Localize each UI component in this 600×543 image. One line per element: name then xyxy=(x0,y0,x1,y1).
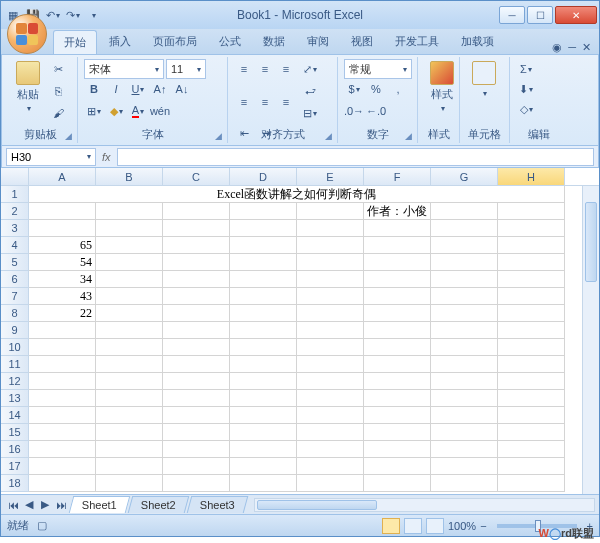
row-header-6[interactable]: 6 xyxy=(1,271,29,288)
fx-icon[interactable]: fx xyxy=(102,151,111,163)
cell-F5[interactable] xyxy=(364,254,431,271)
cell-B11[interactable] xyxy=(96,356,163,373)
cell-E3[interactable] xyxy=(297,220,364,237)
cells-button[interactable]: ▾ xyxy=(466,59,502,98)
row-header-9[interactable]: 9 xyxy=(1,322,29,339)
cell-D18[interactable] xyxy=(230,475,297,492)
cell-A10[interactable] xyxy=(29,339,96,356)
tab-0[interactable]: 开始 xyxy=(53,30,97,54)
cell-C11[interactable] xyxy=(163,356,230,373)
font-color-icon[interactable]: A▾ xyxy=(128,101,148,121)
cell-C14[interactable] xyxy=(163,407,230,424)
cell-D5[interactable] xyxy=(230,254,297,271)
cell-E4[interactable] xyxy=(297,237,364,254)
cell-H18[interactable] xyxy=(498,475,565,492)
tab-8[interactable]: 加载项 xyxy=(451,30,504,54)
cell-D3[interactable] xyxy=(230,220,297,237)
sheet-tab-Sheet2[interactable]: Sheet2 xyxy=(128,496,189,513)
cell-F17[interactable] xyxy=(364,458,431,475)
prev-sheet-icon[interactable]: ◀ xyxy=(21,497,37,513)
cell-C5[interactable] xyxy=(163,254,230,271)
number-format-combo[interactable]: 常规▾ xyxy=(344,59,412,79)
align-right-icon[interactable]: ≡ xyxy=(276,92,296,112)
cell-C9[interactable] xyxy=(163,322,230,339)
cell-E10[interactable] xyxy=(297,339,364,356)
row-header-15[interactable]: 15 xyxy=(1,424,29,441)
cell-G7[interactable] xyxy=(431,288,498,305)
row-header-13[interactable]: 13 xyxy=(1,390,29,407)
underline-icon[interactable]: U▾ xyxy=(128,79,148,99)
cell-D14[interactable] xyxy=(230,407,297,424)
cell-B8[interactable] xyxy=(96,305,163,322)
cell-G18[interactable] xyxy=(431,475,498,492)
cell-A17[interactable] xyxy=(29,458,96,475)
formula-bar[interactable] xyxy=(117,148,594,166)
format-painter-icon[interactable]: 🖌 xyxy=(48,103,68,123)
cell-H8[interactable] xyxy=(498,305,565,322)
align-center-icon[interactable]: ≡ xyxy=(255,92,275,112)
normal-view-icon[interactable] xyxy=(382,518,400,534)
cell-H14[interactable] xyxy=(498,407,565,424)
macro-record-icon[interactable]: ▢ xyxy=(37,519,47,532)
cell-B5[interactable] xyxy=(96,254,163,271)
cell-A4[interactable]: 65 xyxy=(29,237,96,254)
clipboard-dialog-icon[interactable]: ◢ xyxy=(65,131,75,141)
cell-E14[interactable] xyxy=(297,407,364,424)
cell-B4[interactable] xyxy=(96,237,163,254)
tab-4[interactable]: 数据 xyxy=(253,30,295,54)
paste-button[interactable]: 粘贴 ▾ xyxy=(10,59,46,123)
row-header-3[interactable]: 3 xyxy=(1,220,29,237)
tab-7[interactable]: 开发工具 xyxy=(385,30,449,54)
cell-A7[interactable]: 43 xyxy=(29,288,96,305)
col-header-H[interactable]: H xyxy=(498,168,565,185)
cell-A6[interactable]: 34 xyxy=(29,271,96,288)
cell-B6[interactable] xyxy=(96,271,163,288)
cell-F15[interactable] xyxy=(364,424,431,441)
fill-color-icon[interactable]: ◆▾ xyxy=(106,101,126,121)
row-header-10[interactable]: 10 xyxy=(1,339,29,356)
increase-decimal-icon[interactable]: .0→ xyxy=(344,101,364,121)
font-size-combo[interactable]: 11▾ xyxy=(166,59,206,79)
cell-B12[interactable] xyxy=(96,373,163,390)
tab-3[interactable]: 公式 xyxy=(209,30,251,54)
cell-D9[interactable] xyxy=(230,322,297,339)
merge-icon[interactable]: ⊟▾ xyxy=(300,103,320,123)
help-icon[interactable]: ◉ xyxy=(552,41,562,54)
cell-H5[interactable] xyxy=(498,254,565,271)
cell-F6[interactable] xyxy=(364,271,431,288)
cell-E9[interactable] xyxy=(297,322,364,339)
cell-D16[interactable] xyxy=(230,441,297,458)
italic-icon[interactable]: I xyxy=(106,79,126,99)
maximize-button[interactable]: ☐ xyxy=(527,6,553,24)
align-dialog-icon[interactable]: ◢ xyxy=(325,131,335,141)
zoom-out-icon[interactable]: − xyxy=(480,520,486,532)
cell-D10[interactable] xyxy=(230,339,297,356)
cell-D7[interactable] xyxy=(230,288,297,305)
zoom-level[interactable]: 100% xyxy=(448,520,476,532)
cell-F7[interactable] xyxy=(364,288,431,305)
cell-F11[interactable] xyxy=(364,356,431,373)
cell-H15[interactable] xyxy=(498,424,565,441)
cell-C6[interactable] xyxy=(163,271,230,288)
cell-A11[interactable] xyxy=(29,356,96,373)
cell-H9[interactable] xyxy=(498,322,565,339)
cell-A3[interactable] xyxy=(29,220,96,237)
font-dialog-icon[interactable]: ◢ xyxy=(215,131,225,141)
cell-D15[interactable] xyxy=(230,424,297,441)
row-header-16[interactable]: 16 xyxy=(1,441,29,458)
cell-B2[interactable] xyxy=(96,203,163,220)
number-dialog-icon[interactable]: ◢ xyxy=(405,131,415,141)
select-all-corner[interactable] xyxy=(1,168,29,185)
copy-icon[interactable]: ⎘ xyxy=(48,81,68,101)
cell-C7[interactable] xyxy=(163,288,230,305)
grow-font-icon[interactable]: A↑ xyxy=(150,79,170,99)
cell-H16[interactable] xyxy=(498,441,565,458)
minimize-ribbon-icon[interactable]: ─ xyxy=(568,41,576,54)
cell-H3[interactable] xyxy=(498,220,565,237)
office-button[interactable] xyxy=(7,14,47,54)
autosum-icon[interactable]: Σ▾ xyxy=(516,59,536,79)
cell-D12[interactable] xyxy=(230,373,297,390)
cell-A5[interactable]: 54 xyxy=(29,254,96,271)
cell-B9[interactable] xyxy=(96,322,163,339)
col-header-F[interactable]: F xyxy=(364,168,431,185)
